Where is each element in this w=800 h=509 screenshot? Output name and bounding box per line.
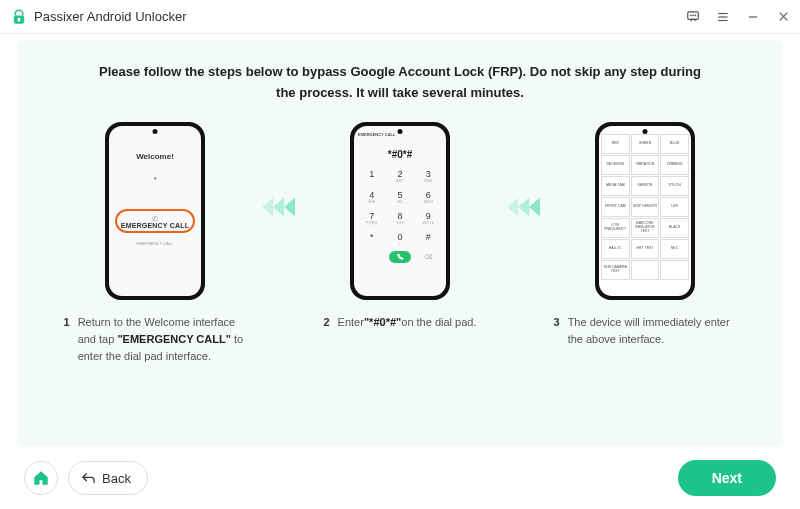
step-1-caption: 1 Return to the Welcome interface and ta…	[58, 314, 253, 365]
phone2-dial-display: *#0*#	[358, 149, 442, 160]
back-arrow-icon	[81, 471, 96, 486]
footer-bar: Back Next	[0, 447, 800, 509]
app-lock-icon	[10, 8, 28, 26]
phone-mockup-3: REDGREENBLUE RECEIVERVIBRATIONDIMMING ME…	[595, 122, 695, 300]
back-button-label: Back	[102, 471, 131, 486]
phone1-sub-label: EMERGENCY CALL	[137, 241, 174, 246]
step-3-caption: 3 The device will immediately enter the …	[548, 314, 743, 348]
phone1-emergency-label: EMERGENCY CALL	[121, 222, 189, 229]
phone1-lang-selector: ▾	[154, 175, 157, 181]
next-button[interactable]: Next	[678, 460, 776, 496]
arrow-icon	[261, 192, 295, 226]
close-icon[interactable]	[776, 10, 790, 24]
instruction-heading: Please follow the steps below to bypass …	[90, 62, 710, 104]
content-panel: Please follow the steps below to bypass …	[18, 40, 782, 447]
app-logo: Passixer Android Unlocker	[10, 8, 186, 26]
step-3: REDGREENBLUE RECEIVERVIBRATIONDIMMING ME…	[548, 122, 743, 348]
svg-point-5	[695, 15, 696, 16]
phone-icon: ✆	[152, 215, 158, 222]
phone2-call-button	[389, 251, 411, 263]
menu-icon[interactable]	[716, 10, 730, 24]
step-number: 2	[323, 314, 329, 331]
step-number: 1	[64, 314, 70, 365]
svg-rect-1	[18, 17, 21, 21]
svg-point-4	[693, 15, 694, 16]
feedback-icon[interactable]	[686, 10, 700, 24]
step-2-text: Enter"*#0*#"on the dial pad.	[338, 314, 477, 331]
titlebar: Passixer Android Unlocker	[0, 0, 800, 34]
home-icon	[32, 469, 50, 487]
backspace-icon: ⌫	[424, 253, 436, 260]
app-title: Passixer Android Unlocker	[34, 9, 186, 24]
phone-mockup-1: Welcome! ▾ ✆ EMERGENCY CALL EMERGENCY CA…	[105, 122, 205, 300]
window-controls	[686, 10, 790, 24]
steps-row: Welcome! ▾ ✆ EMERGENCY CALL EMERGENCY CA…	[38, 122, 762, 365]
step-2: EMERGENCY CALL *#0*# 1 2ABC 3DEF 4GHI 5J…	[303, 122, 498, 331]
phone-mockup-2: EMERGENCY CALL *#0*# 1 2ABC 3DEF 4GHI 5J…	[350, 122, 450, 300]
home-button[interactable]	[24, 461, 58, 495]
step-1: Welcome! ▾ ✆ EMERGENCY CALL EMERGENCY CA…	[58, 122, 253, 365]
arrow-icon	[506, 192, 540, 226]
step-3-text: The device will immediately enter the ab…	[568, 314, 737, 348]
step-number: 3	[554, 314, 560, 348]
phone2-keypad: 1 2ABC 3DEF 4GHI 5JKL 6MNO 7PQRS 8TUV 9W…	[358, 166, 442, 249]
next-button-label: Next	[712, 470, 742, 486]
step-1-text: Return to the Welcome interface and tap …	[78, 314, 247, 365]
step-2-caption: 2 Enter"*#0*#"on the dial pad.	[317, 314, 482, 331]
svg-point-3	[690, 15, 691, 16]
phone1-welcome-text: Welcome!	[136, 152, 174, 161]
phone3-test-grid: REDGREENBLUE RECEIVERVIBRATIONDIMMING ME…	[599, 126, 691, 296]
back-button[interactable]: Back	[68, 461, 148, 495]
phone1-emergency-call-highlight: ✆ EMERGENCY CALL	[115, 209, 195, 233]
minimize-icon[interactable]	[746, 10, 760, 24]
